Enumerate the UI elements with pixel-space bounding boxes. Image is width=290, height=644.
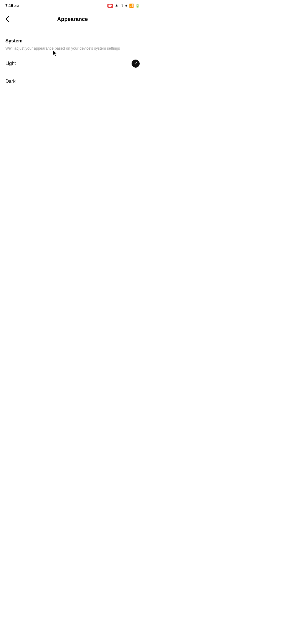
status-bar: 7:15 AM ∗ ☽ ◈ 📶 🔋 — [0, 0, 145, 11]
page-title: Appearance — [57, 16, 88, 22]
back-button[interactable] — [5, 16, 9, 22]
battery-icon: 🔋 — [135, 4, 140, 8]
svg-rect-0 — [108, 5, 111, 7]
wifi-icon: 📶 — [129, 3, 134, 8]
system-title: System — [5, 38, 140, 44]
light-label: Light — [5, 61, 16, 66]
status-time: 7:15 AM — [5, 3, 19, 8]
dark-label: Dark — [5, 79, 16, 84]
system-description: We'll adjust your appearance based on yo… — [5, 46, 140, 51]
moon-icon: ☽ — [120, 3, 124, 8]
dark-option[interactable]: Dark — [5, 73, 140, 90]
status-icons: ∗ ☽ ◈ 📶 🔋 — [107, 3, 140, 8]
bluetooth-icon: ∗ — [115, 3, 118, 8]
signal-icon: ◈ — [125, 4, 128, 8]
system-option[interactable]: System We'll adjust your appearance base… — [5, 33, 140, 54]
page-header: Appearance — [0, 11, 145, 27]
camera-recording-icon — [107, 4, 113, 8]
light-selected-icon: ✓ — [132, 60, 140, 68]
light-option[interactable]: Light ✓ — [5, 54, 140, 73]
content-area: System We'll adjust your appearance base… — [0, 27, 145, 90]
